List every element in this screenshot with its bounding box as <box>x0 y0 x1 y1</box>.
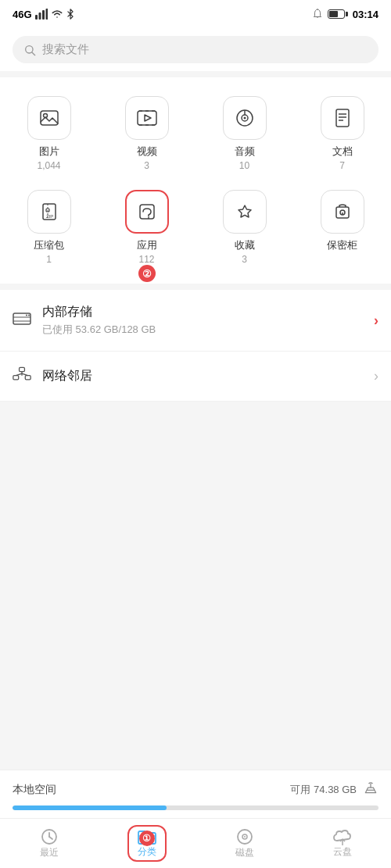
category-apps[interactable]: 应用 112 ② <box>98 184 196 277</box>
carrier-text: 46G <box>13 9 32 20</box>
category-zip[interactable]: ZIP 压缩包 1 <box>0 184 98 277</box>
safe-label: 保密柜 <box>327 238 357 252</box>
video-label: 视频 <box>137 145 157 159</box>
battery-indicator <box>328 9 348 19</box>
internal-storage-item[interactable]: 内部存储 已使用 53.62 GB/128 GB › <box>0 290 391 352</box>
categories-section: 图片 1,044 视频 3 <box>0 77 391 284</box>
internal-storage-icon <box>13 310 31 331</box>
svg-line-37 <box>16 373 22 376</box>
network-neighbor-item[interactable]: 网络邻居 › <box>0 352 391 402</box>
cloud-icon <box>332 828 353 845</box>
internal-storage-chevron: › <box>374 313 378 329</box>
svg-rect-23 <box>140 205 154 219</box>
audio-icon-wrap <box>223 96 267 140</box>
svg-rect-15 <box>336 109 349 127</box>
internal-storage-title: 内部存储 <box>42 304 374 320</box>
nav-disk[interactable]: 磁盘 <box>196 823 293 864</box>
apps-label: 应用 <box>137 238 157 252</box>
local-space-bar: 本地空间 可用 74.38 GB <box>0 770 391 818</box>
images-count: 1,044 <box>37 160 60 171</box>
network-icon <box>13 366 31 387</box>
audio-icon <box>234 107 256 129</box>
docs-label: 文档 <box>332 145 353 159</box>
svg-rect-33 <box>20 367 25 371</box>
category-fav[interactable]: 收藏 3 <box>196 184 293 277</box>
svg-marker-10 <box>145 115 151 121</box>
safe-icon-wrap <box>321 190 364 234</box>
video-icon-wrap <box>125 96 169 140</box>
nav-cloud-label: 云盘 <box>333 845 352 859</box>
internal-storage-subtitle: 已使用 53.62 GB/128 GB <box>42 323 374 337</box>
bottom-nav: 最近 分类 ① 磁盘 云盘 <box>0 818 391 868</box>
wifi-icon <box>51 9 63 19</box>
svg-rect-0 <box>35 15 38 20</box>
divider-1 <box>0 284 391 290</box>
category-docs[interactable]: 文档 7 <box>293 90 391 184</box>
disk-icon <box>235 827 254 846</box>
clock-icon <box>40 827 59 846</box>
storage-progress-bar <box>13 805 378 810</box>
nav-cloud[interactable]: 云盘 <box>293 823 391 863</box>
zip-icon: ZIP <box>38 201 60 223</box>
audio-count: 10 <box>239 160 249 171</box>
docs-icon <box>332 107 353 129</box>
zip-label: 压缩包 <box>34 238 64 252</box>
nav-category-label: 分类 <box>138 845 156 859</box>
network-title: 网络邻居 <box>42 368 374 384</box>
network-info: 网络邻居 <box>42 368 374 384</box>
audio-label: 音频 <box>235 145 255 159</box>
storage-progress-fill <box>13 805 167 810</box>
nav-category[interactable]: 分类 ① <box>98 820 196 866</box>
step-badge-apps: ② <box>138 265 156 282</box>
images-icon-wrap <box>27 96 71 140</box>
video-count: 3 <box>144 160 149 171</box>
local-space-header: 本地空间 可用 74.38 GB <box>13 780 378 799</box>
local-space-avail: 可用 74.38 GB <box>290 783 357 797</box>
internal-storage-info: 内部存储 已使用 53.62 GB/128 GB <box>42 304 374 337</box>
fav-icon-wrap <box>223 190 267 234</box>
fav-count: 3 <box>242 254 247 265</box>
category-audio[interactable]: 音频 10 <box>196 90 293 184</box>
svg-line-38 <box>22 373 28 376</box>
category-video[interactable]: 视频 3 <box>98 90 196 184</box>
search-icon <box>23 44 36 56</box>
svg-point-24 <box>148 217 149 219</box>
svg-rect-28 <box>13 313 30 324</box>
svg-line-6 <box>32 52 35 55</box>
svg-rect-35 <box>25 376 30 380</box>
status-left: 46G <box>13 9 74 20</box>
clean-icon[interactable] <box>363 780 378 799</box>
svg-rect-34 <box>13 376 19 380</box>
category-safe[interactable]: 保密柜 <box>293 184 391 277</box>
signal-icon <box>35 9 48 20</box>
search-input-wrap[interactable]: 搜索文件 <box>13 36 378 63</box>
apps-count: 112 <box>138 254 154 265</box>
status-right: 03:14 <box>312 9 378 20</box>
svg-text:ZIP: ZIP <box>46 214 53 219</box>
svg-point-31 <box>26 314 27 316</box>
svg-line-43 <box>49 837 52 839</box>
nav-disk-label: 磁盘 <box>235 846 254 859</box>
svg-rect-2 <box>42 10 45 20</box>
search-bar-container: 搜索文件 <box>0 28 391 71</box>
docs-icon-wrap <box>321 96 364 140</box>
categories-grid: 图片 1,044 视频 3 <box>0 90 391 277</box>
fav-icon <box>234 201 256 223</box>
category-images[interactable]: 图片 1,044 <box>0 90 98 184</box>
zip-icon-wrap: ZIP <box>27 190 71 234</box>
zip-count: 1 <box>46 254 52 265</box>
svg-rect-7 <box>41 111 58 125</box>
svg-point-47 <box>244 836 246 838</box>
nav-recent-label: 最近 <box>40 846 59 859</box>
svg-point-13 <box>243 117 246 120</box>
video-icon <box>136 107 158 129</box>
time-display: 03:14 <box>353 9 378 20</box>
status-bar: 46G 03:14 <box>0 0 391 28</box>
svg-rect-1 <box>38 13 41 20</box>
local-space-right: 可用 74.38 GB <box>290 780 378 799</box>
nav-recent[interactable]: 最近 <box>0 823 98 864</box>
apps-icon <box>136 201 158 223</box>
fav-label: 收藏 <box>235 238 255 252</box>
svg-rect-9 <box>138 111 156 125</box>
search-placeholder-text: 搜索文件 <box>42 42 89 57</box>
